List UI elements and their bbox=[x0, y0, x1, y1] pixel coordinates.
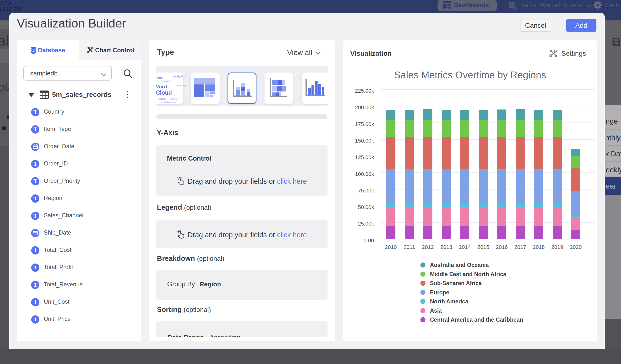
svg-text:2020: 2020 bbox=[570, 244, 582, 250]
svg-text:2019: 2019 bbox=[552, 244, 563, 250]
svg-text:2010: 2010 bbox=[385, 244, 397, 250]
svg-text:North America: North America bbox=[430, 298, 468, 305]
svg-text:100.00k: 100.00k bbox=[355, 171, 374, 177]
svg-text:2012: 2012 bbox=[422, 244, 434, 250]
svg-text:25.00k: 25.00k bbox=[358, 221, 374, 227]
svg-text:Sales Metrics Overtime by Regi: Sales Metrics Overtime by Regions bbox=[394, 69, 546, 80]
svg-text:2014: 2014 bbox=[459, 244, 471, 250]
svg-text:0.00: 0.00 bbox=[363, 238, 374, 243]
svg-text:2018: 2018 bbox=[533, 244, 545, 250]
svg-text:2011: 2011 bbox=[403, 244, 415, 250]
svg-text:175.00k: 175.00k bbox=[355, 121, 374, 127]
svg-text:Sub-Saharan Africa: Sub-Saharan Africa bbox=[430, 280, 482, 286]
svg-text:Europe: Europe bbox=[430, 289, 449, 296]
svg-text:2017: 2017 bbox=[514, 244, 526, 250]
svg-text:Asia: Asia bbox=[430, 308, 442, 314]
svg-text:Middle East and North Africa: Middle East and North Africa bbox=[430, 271, 506, 277]
svg-text:75.00k: 75.00k bbox=[358, 188, 374, 194]
svg-text:125.00k: 125.00k bbox=[355, 154, 374, 160]
svg-text:50.00k: 50.00k bbox=[358, 204, 374, 210]
svg-text:150.00k: 150.00k bbox=[355, 138, 374, 144]
svg-text:225.00k: 225.00k bbox=[355, 88, 374, 94]
svg-text:2013: 2013 bbox=[440, 244, 452, 250]
svg-text:Central America and the Caribb: Central America and the Caribbean bbox=[430, 316, 523, 323]
svg-text:200.00k: 200.00k bbox=[355, 104, 374, 110]
svg-text:Australia and Oceania: Australia and Oceania bbox=[430, 262, 489, 268]
svg-text:2015: 2015 bbox=[477, 244, 489, 250]
svg-text:2016: 2016 bbox=[496, 244, 508, 250]
